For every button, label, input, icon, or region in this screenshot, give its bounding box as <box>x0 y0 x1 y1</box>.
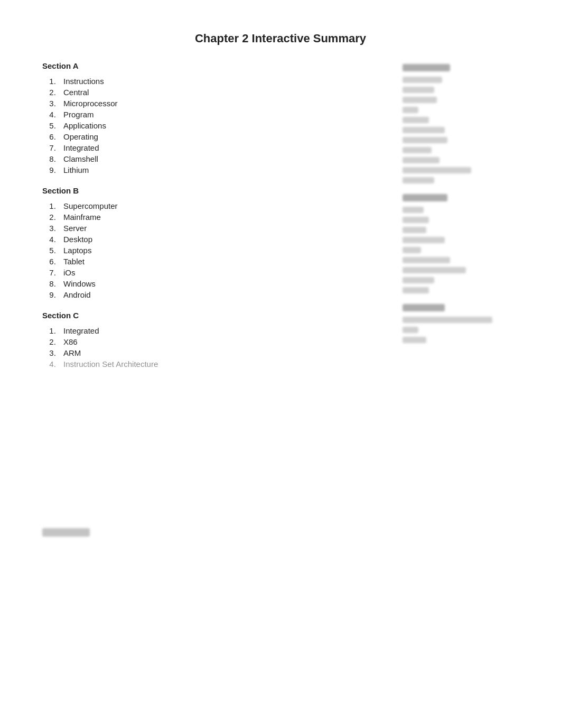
right-section-a <box>403 64 519 183</box>
list-item: Server <box>58 223 381 234</box>
submit-button-blurred <box>42 528 90 537</box>
blurred-item <box>403 237 445 243</box>
blurred-item <box>403 157 440 163</box>
blurred-title <box>403 194 447 201</box>
right-section-c <box>403 304 519 343</box>
blurred-item <box>403 337 426 343</box>
section-b-block: Section B Supercomputer Mainframe Server… <box>42 186 381 300</box>
blurred-item <box>403 97 437 103</box>
list-item: Operating <box>58 131 381 142</box>
list-item: iOs <box>58 267 381 278</box>
list-item: ARM <box>58 347 381 358</box>
page-title: Chapter 2 Interactive Summary <box>42 32 519 45</box>
blurred-item <box>403 217 429 223</box>
blurred-item <box>403 327 418 333</box>
blurred-item <box>403 137 447 143</box>
blurred-item <box>403 287 429 293</box>
list-item: Clamshell <box>58 153 381 164</box>
right-section-b <box>403 194 519 293</box>
blurred-item <box>403 77 442 83</box>
list-item: Mainframe <box>58 211 381 223</box>
blurred-item <box>403 207 424 213</box>
left-column: Section A Instructions Central Microproc… <box>42 61 381 380</box>
list-item: Windows <box>58 278 381 289</box>
list-item: Tablet <box>58 256 381 267</box>
blurred-item <box>403 177 434 183</box>
section-a-block: Section A Instructions Central Microproc… <box>42 61 381 176</box>
section-b-list: Supercomputer Mainframe Server Desktop L… <box>58 200 381 300</box>
list-item: Applications <box>58 120 381 131</box>
section-c-block: Section C Integrated X86 ARM Instruction… <box>42 311 381 370</box>
section-c-list: Integrated X86 ARM Instruction Set Archi… <box>58 325 381 370</box>
bottom-area <box>42 528 519 537</box>
list-item: Android <box>58 289 381 300</box>
blurred-title <box>403 64 450 71</box>
blurred-item <box>403 127 445 133</box>
blurred-item <box>403 227 426 233</box>
list-item: Instruction Set Architecture <box>58 358 381 370</box>
blurred-item <box>403 167 471 173</box>
blurred-item <box>403 117 429 123</box>
section-a-heading: Section A <box>42 61 381 70</box>
list-item: Integrated <box>58 325 381 336</box>
blurred-item <box>403 257 450 263</box>
list-item: Lithium <box>58 164 381 176</box>
blurred-item <box>403 87 434 93</box>
content-wrapper: Section A Instructions Central Microproc… <box>42 61 519 380</box>
blurred-item <box>403 277 434 283</box>
list-item: X86 <box>58 336 381 347</box>
list-item: Central <box>58 87 381 98</box>
blurred-item <box>403 247 421 253</box>
blurred-title <box>403 304 445 311</box>
list-item: Desktop <box>58 234 381 245</box>
blurred-item <box>403 107 418 113</box>
list-item: Program <box>58 109 381 120</box>
blurred-item <box>403 267 466 273</box>
right-column <box>403 61 519 380</box>
section-a-list: Instructions Central Microprocessor Prog… <box>58 76 381 176</box>
list-item: Supercomputer <box>58 200 381 211</box>
list-item: Instructions <box>58 76 381 87</box>
list-item: Integrated <box>58 142 381 153</box>
blurred-item <box>403 147 432 153</box>
list-item: Microprocessor <box>58 98 381 109</box>
blurred-item <box>403 317 492 323</box>
section-b-heading: Section B <box>42 186 381 195</box>
section-c-heading: Section C <box>42 311 381 320</box>
list-item: Laptops <box>58 245 381 256</box>
page-container: Chapter 2 Interactive Summary Section A … <box>42 32 519 537</box>
